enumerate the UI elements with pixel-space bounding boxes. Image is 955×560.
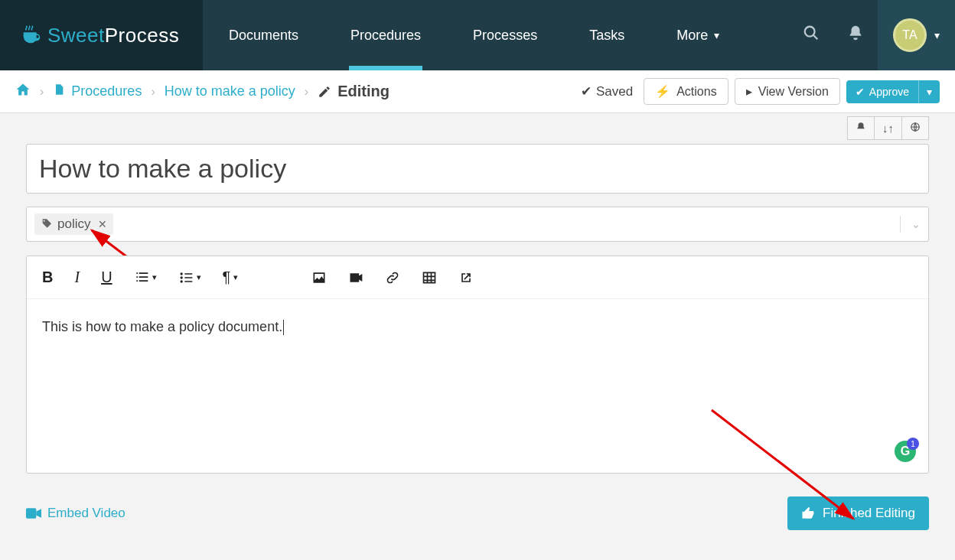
- chevron-down-icon: ▾: [714, 29, 719, 41]
- svg-point-5: [180, 276, 182, 278]
- svg-point-0: [805, 27, 815, 37]
- file-icon: [53, 83, 65, 100]
- video-button[interactable]: [348, 270, 363, 285]
- paragraph-button[interactable]: ¶▾: [223, 269, 239, 286]
- unordered-list-button[interactable]: ▾: [178, 270, 201, 285]
- bottom-row: Embed Video Finished Editing: [26, 497, 929, 530]
- breadcrumb-editing: Editing: [318, 83, 389, 100]
- editor-content-text: This is how to make a policy document.: [42, 319, 282, 334]
- title-input[interactable]: [26, 144, 929, 194]
- nav-procedures[interactable]: Procedures: [324, 0, 447, 70]
- brand-process: Process: [105, 24, 179, 47]
- nav-tasks-label: Tasks: [589, 28, 624, 44]
- svg-line-1: [813, 35, 818, 40]
- svg-rect-8: [26, 509, 36, 519]
- play-icon: ▸: [746, 84, 752, 99]
- brand-sweet: Sweet: [47, 24, 105, 47]
- tag-remove[interactable]: ✕: [98, 218, 107, 230]
- page-content: ↓↑ policy ✕ ⌄ B I U ▾ ▾ ¶▾: [0, 113, 955, 545]
- grammarly-widget[interactable]: G 1: [895, 441, 916, 462]
- approve-button[interactable]: ✔Approve ▾: [846, 80, 940, 103]
- tag-label: policy: [57, 217, 90, 232]
- logo[interactable]: SweetProcess: [0, 0, 203, 70]
- saved-indicator: ✔ Saved: [581, 83, 633, 99]
- actions-button[interactable]: ⚡Actions: [644, 78, 728, 105]
- nav-documents-label: Documents: [229, 28, 298, 44]
- separator: ›: [148, 85, 158, 99]
- subbar-right: ✔ Saved ⚡Actions ▸View Version ✔Approve …: [581, 78, 940, 105]
- view-version-label: View Version: [758, 85, 829, 99]
- notify-toggle[interactable]: [847, 116, 875, 140]
- table-button[interactable]: [422, 270, 437, 285]
- embed-video-label: Embed Video: [47, 506, 125, 521]
- rich-text-editor: B I U ▾ ▾ ¶▾ This is how to make a polic…: [26, 256, 929, 474]
- video-icon: [26, 508, 41, 519]
- breadcrumb-procedures[interactable]: Procedures: [71, 83, 142, 99]
- ordered-list-button[interactable]: ▾: [134, 270, 157, 285]
- tag-icon: [41, 218, 53, 230]
- approve-label: Approve: [869, 86, 909, 98]
- check-icon: ✔: [856, 86, 865, 98]
- saved-label: Saved: [596, 84, 633, 99]
- separator: ›: [301, 85, 311, 99]
- actions-label: Actions: [676, 85, 716, 99]
- nav-more[interactable]: More▾: [650, 0, 745, 70]
- nav-more-label: More: [676, 28, 708, 44]
- approve-dropdown[interactable]: ▾: [918, 80, 940, 103]
- tag-policy: policy ✕: [34, 213, 113, 235]
- nav-tasks[interactable]: Tasks: [563, 0, 650, 70]
- breadcrumb-editing-label: Editing: [337, 83, 389, 100]
- image-button[interactable]: [311, 270, 327, 285]
- pencil-icon: [318, 85, 331, 99]
- bold-button[interactable]: B: [42, 269, 53, 286]
- bolt-icon: ⚡: [655, 84, 670, 99]
- link-button[interactable]: [385, 270, 400, 285]
- text-cursor: [283, 320, 284, 335]
- italic-button[interactable]: I: [74, 269, 80, 286]
- open-external-button[interactable]: [458, 270, 474, 285]
- cup-icon: [20, 24, 43, 47]
- grammarly-badge: 1: [907, 438, 919, 450]
- bell-icon[interactable]: [833, 24, 878, 46]
- nav-procedures-label: Procedures: [350, 28, 421, 44]
- top-nav: SweetProcess Documents Procedures Proces…: [0, 0, 955, 70]
- tags-field[interactable]: policy ✕ ⌄: [26, 207, 929, 242]
- tags-dropdown[interactable]: ⌄: [900, 216, 921, 233]
- user-menu[interactable]: TA ▾: [878, 0, 955, 70]
- breadcrumb-item[interactable]: How to make a policy: [165, 83, 295, 99]
- nav-items: Documents Procedures Processes Tasks Mor…: [203, 0, 745, 70]
- nav-processes[interactable]: Processes: [447, 0, 563, 70]
- home-icon[interactable]: [15, 82, 31, 101]
- search-icon[interactable]: [789, 24, 833, 46]
- separator: ›: [37, 85, 47, 99]
- thumbs-up-icon: [801, 506, 815, 520]
- avatar-initials: TA: [902, 28, 917, 42]
- globe-toggle[interactable]: [902, 116, 929, 140]
- view-version-button[interactable]: ▸View Version: [735, 78, 840, 105]
- finished-editing-button[interactable]: Finished Editing: [787, 497, 929, 530]
- editor-toolbar: B I U ▾ ▾ ¶▾: [27, 256, 928, 299]
- svg-point-6: [180, 280, 182, 282]
- embed-video-link[interactable]: Embed Video: [26, 506, 125, 521]
- breadcrumb-bar: › Procedures › How to make a policy › Ed…: [0, 70, 955, 113]
- underline-button[interactable]: U: [101, 269, 112, 286]
- svg-point-4: [180, 272, 182, 275]
- avatar: TA: [893, 18, 927, 52]
- right-mini-toolbar: ↓↑: [847, 116, 929, 140]
- chevron-down-icon: ▾: [934, 29, 940, 41]
- nav-right: TA ▾: [789, 0, 955, 70]
- nav-processes-label: Processes: [473, 28, 537, 44]
- nav-documents[interactable]: Documents: [203, 0, 324, 70]
- sort-toggle[interactable]: ↓↑: [875, 116, 902, 140]
- finished-editing-label: Finished Editing: [823, 506, 915, 521]
- editor-body[interactable]: This is how to make a policy document. G…: [27, 299, 928, 473]
